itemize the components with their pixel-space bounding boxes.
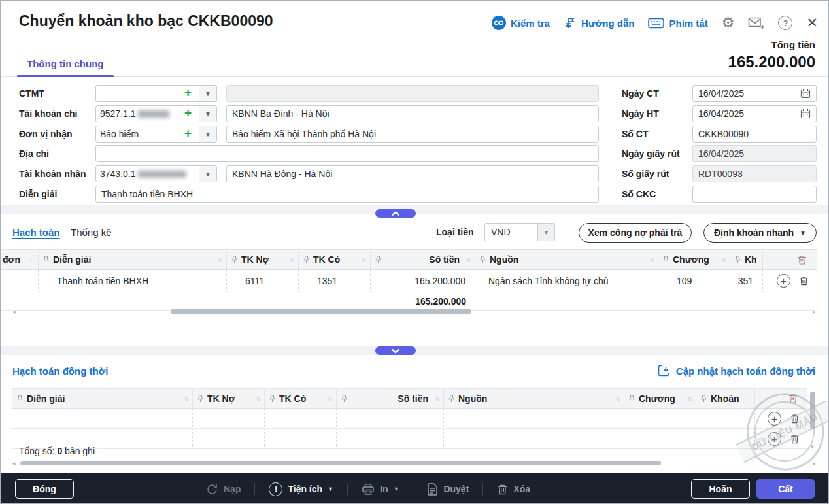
add-debit-account-icon[interactable]: + <box>183 106 195 122</box>
doc-number-field[interactable]: CKKB00090 <box>692 126 817 143</box>
quick-posting-button[interactable]: Định khoản nhanh▼ <box>703 223 817 243</box>
simultaneous-heading[interactable]: Hạch toán đồng thời <box>12 365 108 377</box>
simultaneous-table: Diễn giải↑↓ TK Nợ↑↓ TK Có↑↓ Số tiền↑↓ Ng… <box>12 388 807 449</box>
receiver-unit-desc-field[interactable]: Bảo hiểm Xã hội Thành phố Hà Nội <box>226 126 599 143</box>
add-ctmt-icon[interactable]: + <box>183 86 195 101</box>
receiver-unit-combo[interactable]: Bảo hiểm+ ▼ <box>95 126 217 143</box>
save-button[interactable]: Cất <box>756 479 815 499</box>
vertical-scrollbar-thumb[interactable] <box>810 392 815 429</box>
col-tk-co[interactable]: TK Có↑↓ <box>299 250 371 269</box>
pin-icon[interactable] <box>663 256 669 263</box>
delete-row-icon[interactable] <box>790 413 800 424</box>
col-chuong[interactable]: Chương↑↓ <box>624 389 696 408</box>
vscroll-down-arrow[interactable]: ▾ <box>811 444 814 450</box>
ctmt-dropdown-icon[interactable]: ▼ <box>199 86 216 101</box>
currency-select[interactable]: VND ▼ <box>484 223 555 241</box>
calendar-icon[interactable] <box>800 109 811 119</box>
col-nguon[interactable]: Nguồn↑↓ <box>475 250 658 269</box>
hscroll-right-arrow[interactable]: ▸ <box>813 309 816 315</box>
reload-button[interactable]: Nạp <box>206 483 241 496</box>
col-nguon[interactable]: Nguồn↑↓ <box>444 389 624 408</box>
col-khoan[interactable]: Khoản <box>696 389 755 408</box>
delete-row-icon[interactable] <box>790 433 800 445</box>
settings-gear-icon[interactable]: ⚙ <box>722 16 735 30</box>
collapse-form-button[interactable] <box>375 209 416 218</box>
utilities-button[interactable]: ⋮ Tiện ích ▼ <box>269 482 333 496</box>
pin-icon[interactable] <box>629 395 635 403</box>
pin-icon[interactable] <box>231 256 237 263</box>
pin-icon[interactable] <box>375 256 381 263</box>
pin-icon[interactable] <box>43 256 49 263</box>
receive-account-desc-field[interactable]: KBNN Hà Đông - Hà Nội <box>226 165 599 182</box>
add-row-icon[interactable]: + <box>777 274 790 288</box>
pin-icon[interactable] <box>303 256 309 263</box>
col-tk-co[interactable]: TK Có↑↓ <box>265 389 337 408</box>
doc-date-field[interactable]: 16/04/2025 <box>692 85 817 102</box>
col-so-tien[interactable]: Số tiền↑↓ <box>337 389 444 408</box>
address-field[interactable] <box>95 145 599 162</box>
ckc-number-field[interactable] <box>692 186 817 203</box>
col-dien-giai[interactable]: Diễn giải↑↓ <box>12 389 193 408</box>
receive-account-code: 3743.0.1 <box>100 169 136 179</box>
delete-row-icon[interactable] <box>799 275 809 286</box>
horizontal-scrollbar-thumb[interactable] <box>20 461 661 465</box>
shortcut-button[interactable]: Phím tắt <box>648 18 707 29</box>
print-button[interactable]: In ▼ <box>362 483 399 496</box>
debit-account-dropdown-icon[interactable]: ▼ <box>199 106 216 122</box>
update-simultaneous-link[interactable]: Cập nhật hạch toán đồng thời <box>657 364 815 377</box>
description-field[interactable]: Thanh toán tiền BHXH <box>95 186 599 203</box>
col-dien-giai[interactable]: Diễn giải↑↓ <box>39 250 227 269</box>
delete-button[interactable]: Xóa <box>497 483 530 496</box>
horizontal-scrollbar-thumb[interactable] <box>171 309 471 314</box>
col-tk-no[interactable]: TK Nợ↑↓ <box>193 389 265 408</box>
send-feedback-icon[interactable] <box>748 16 764 30</box>
posting-date-field[interactable]: 16/04/2025 <box>692 105 817 122</box>
pin-icon[interactable] <box>735 256 741 263</box>
receive-account-combo[interactable]: 3743.0.1 ▼ <box>95 165 217 182</box>
guide-button[interactable]: Hướng dẫn <box>564 16 635 29</box>
simultaneous-empty-row[interactable]: + <box>12 409 807 429</box>
add-row-icon[interactable]: + <box>768 412 781 426</box>
debit-account-combo[interactable]: 9527.1.1+ ▼ <box>95 105 217 122</box>
help-icon[interactable]: ? <box>778 16 792 30</box>
ctmt-combo[interactable]: + ▼ <box>95 85 217 102</box>
col-so-tien[interactable]: Số tiền↑↓ <box>371 250 475 269</box>
delete-all-rows-icon[interactable]: ✕ <box>788 393 798 404</box>
close-button[interactable]: Đóng <box>15 479 74 499</box>
receiver-unit-dropdown-icon[interactable]: ▼ <box>199 126 216 142</box>
add-row-icon[interactable]: + <box>768 432 781 446</box>
pin-icon[interactable] <box>341 395 347 403</box>
postpone-button[interactable]: Hoãn <box>691 479 750 499</box>
tab-general-info[interactable]: Thông tin chung <box>27 58 103 69</box>
col-khoan[interactable]: Kh <box>730 250 763 269</box>
accounting-table-row[interactable]: Thanh toán tiền BHXH 6111 1351 165.200.0… <box>1 270 817 292</box>
debit-account-code: 9527.1.1 <box>100 109 136 119</box>
approve-button[interactable]: Duyệt <box>427 483 469 496</box>
hscroll-right-arrow[interactable]: ▸ <box>813 461 816 467</box>
pin-icon[interactable] <box>269 395 275 403</box>
pin-icon[interactable] <box>480 256 486 263</box>
debit-account-desc-field[interactable]: KBNN Ba Đình - Hà Nội <box>226 105 599 122</box>
tab-accounting[interactable]: Hạch toán <box>12 227 60 238</box>
pin-icon[interactable] <box>197 395 203 403</box>
pin-icon[interactable] <box>17 395 23 403</box>
add-receiver-unit-icon[interactable]: + <box>183 126 195 142</box>
expand-section-button[interactable] <box>375 346 416 355</box>
close-icon[interactable]: ✕ <box>806 15 818 31</box>
delete-all-rows-icon[interactable]: ✕ <box>797 254 807 265</box>
pin-icon[interactable] <box>701 395 707 403</box>
cell-tk-no: 6111 <box>227 270 299 292</box>
view-payables-button[interactable]: Xem công nợ phải trả <box>579 223 692 243</box>
simultaneous-empty-row[interactable]: + <box>12 429 807 449</box>
hscroll-left-arrow[interactable]: ◂ <box>12 461 16 467</box>
pin-icon[interactable] <box>448 395 454 403</box>
col-chuong[interactable]: Chương↑↓ <box>658 250 730 269</box>
accounting-table-header: đơn↑↓ Diễn giải↑↓ TK Nợ↑↓ TK Có↑↓ Số tiề… <box>1 249 817 270</box>
calendar-icon[interactable] <box>800 88 811 99</box>
col-tk-no[interactable]: TK Nợ↑↓ <box>227 250 299 269</box>
check-button[interactable]: Kiểm tra <box>492 16 550 30</box>
col-don[interactable]: đơn↑↓ <box>1 250 39 269</box>
receive-account-dropdown-icon[interactable]: ▼ <box>199 166 216 182</box>
tab-statistics[interactable]: Thống kê <box>71 227 112 238</box>
hscroll-left-arrow[interactable]: ◂ <box>12 309 16 315</box>
